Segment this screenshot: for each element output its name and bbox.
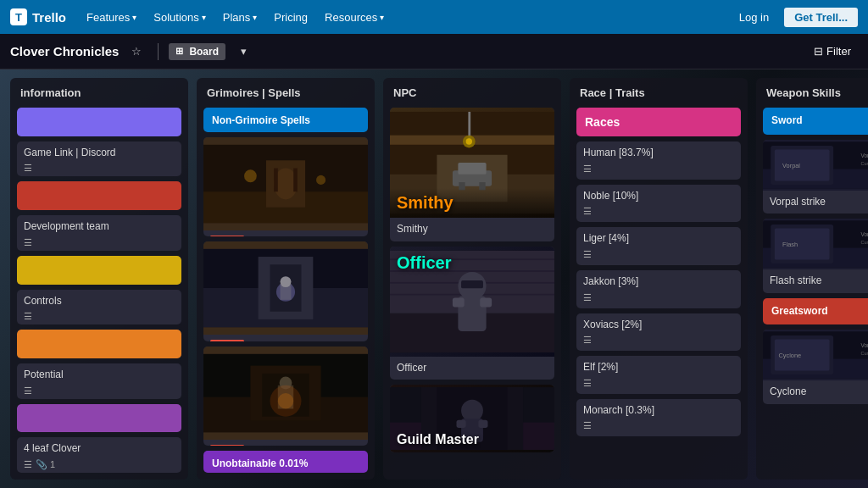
column-header-race-traits: Race | Traits — [576, 85, 741, 101]
nav-right: Log in Get Trell... — [731, 8, 858, 27]
svg-rect-53 — [457, 420, 466, 428]
filter-icon: ⊟ — [814, 45, 823, 58]
card-title: Development team — [24, 220, 175, 234]
description-icon: ☰ — [583, 164, 592, 175]
list-item[interactable] — [17, 108, 181, 136]
card-title: 4 leaf Clover — [24, 442, 175, 456]
get-trello-button[interactable]: Get Trell... — [784, 8, 858, 27]
svg-point-34 — [466, 138, 472, 144]
chevron-down-icon: ▾ — [132, 13, 136, 22]
column-race-traits: Race | Traits Races Human [83.7%] ☰ Nobl… — [570, 78, 748, 480]
dungeon-image — [203, 141, 368, 226]
list-item[interactable]: Guild Master — [390, 385, 554, 452]
login-button[interactable]: Log in — [731, 8, 777, 27]
flash-image: Flash Vorpal Luminc Current Objective... — [763, 219, 868, 269]
nav-pricing[interactable]: Pricing — [267, 8, 314, 27]
trello-logo-text: Trello — [32, 10, 66, 25]
list-item[interactable] — [17, 181, 181, 210]
svg-point-15 — [281, 276, 292, 287]
svg-text:Vorpal Luminc: Vorpal Luminc — [860, 342, 868, 349]
list-item[interactable]: Races — [576, 108, 741, 136]
column-header-grimoires: Grimoires | Spells — [203, 85, 368, 101]
list-item[interactable]: Unobtainable 0.01% — [203, 451, 368, 473]
list-item[interactable]: Elf [2%] ☰ — [576, 356, 741, 394]
list-item[interactable]: Game Link | Discord ☰ — [17, 141, 181, 177]
list-item[interactable]: Liger [4%] ☰ — [576, 227, 741, 265]
list-item[interactable]: Smithy Smithy — [390, 108, 554, 241]
lumos-image — [203, 246, 368, 330]
card-title: Unobtainable 0.01% — [212, 458, 359, 471]
officer-image: Officer — [390, 247, 554, 357]
star-button[interactable]: ☆ — [125, 41, 147, 63]
column-header-weapon-skills: Weapon Skills — [763, 85, 868, 101]
nav-solutions[interactable]: Solutions ▾ — [147, 8, 212, 27]
description-icon: ☰ — [583, 249, 592, 260]
list-item[interactable]: Controls ☰ — [17, 290, 181, 325]
column-grimoires: Grimoires | Spells Non-Grimoire Spells — [197, 78, 375, 480]
card-title: Sword — [771, 114, 868, 128]
list-item[interactable]: Cyclone Vorpal Luminc Current Objective.… — [763, 330, 868, 404]
list-item[interactable]: Potential ☰ — [17, 363, 181, 399]
board-view-button[interactable]: ⊞ Board — [169, 43, 225, 60]
nav-plans[interactable]: Plans ▾ — [216, 8, 264, 27]
list-item[interactable]: Non-Grimoire Spells — [203, 108, 368, 132]
card-title: Elf [2%] — [583, 361, 734, 374]
filter-button[interactable]: ⊟ Filter — [807, 42, 858, 61]
nav-resources[interactable]: Resources ▾ — [318, 8, 391, 27]
svg-point-6 — [244, 169, 257, 182]
list-item[interactable]: Development team ☰ — [17, 215, 181, 251]
list-item[interactable]: Lumos Spell — [203, 241, 368, 341]
svg-text:Cyclone: Cyclone — [778, 352, 801, 359]
list-item[interactable]: Xoviacs [2%] ☰ — [576, 313, 741, 352]
list-item[interactable]: Sturdava Spell — [203, 347, 368, 446]
chevron-down-icon: ▾ — [253, 13, 257, 22]
description-icon: ☰ — [583, 335, 592, 346]
nav-features[interactable]: Features ▾ — [80, 8, 143, 27]
color-bar-purple — [17, 108, 181, 136]
list-item[interactable] — [17, 330, 181, 358]
card-title: Jakkon [3%] — [583, 275, 734, 289]
svg-text:Current Objective...: Current Objective... — [860, 161, 868, 166]
guildmaster-image: Guild Master — [390, 385, 554, 452]
list-item[interactable]: Sword — [763, 108, 868, 135]
red-bar-indicator — [210, 445, 244, 446]
top-navigation: T Trello Features ▾ Solutions ▾ Plans ▾ … — [0, 0, 868, 34]
chevron-down-icon: ▾ — [380, 13, 384, 22]
description-icon: ☰ — [24, 459, 32, 470]
list-item[interactable]: Mana skin spell — [203, 137, 368, 237]
cyclone-image: Cyclone Vorpal Luminc Current Objective.… — [763, 330, 868, 380]
svg-rect-45 — [453, 297, 465, 307]
list-item[interactable]: Monarch [0.3%] ☰ — [576, 399, 741, 437]
list-item[interactable]: Noble [10%] ☰ — [576, 185, 741, 223]
list-item[interactable]: Vorpal Vorpal Luminc Current Objective..… — [763, 140, 868, 214]
divider — [158, 43, 159, 60]
svg-point-51 — [461, 400, 483, 422]
svg-rect-54 — [478, 420, 487, 428]
color-bar-yellow — [17, 256, 181, 285]
card-title: Cyclone — [770, 385, 868, 399]
npc-overlay: Smithy — [390, 188, 554, 218]
trello-logo[interactable]: T Trello — [10, 8, 66, 25]
description-icon: ☰ — [583, 420, 592, 431]
list-item[interactable]: Greatsword — [763, 298, 868, 325]
card-title: Potential — [24, 369, 175, 382]
list-item[interactable]: 4 leaf Clover ☰ 📎 1 — [17, 437, 181, 473]
list-item[interactable]: Jakkon [3%] ☰ — [576, 270, 741, 308]
svg-text:Vorpal Luminc: Vorpal Luminc — [860, 152, 868, 158]
trello-logo-icon: T — [10, 8, 27, 25]
list-item[interactable] — [17, 404, 181, 433]
weapon-scene-3: Cyclone Vorpal Luminc Current Objective.… — [763, 330, 868, 380]
list-item[interactable]: Officer Officer — [390, 247, 554, 380]
more-views-button[interactable]: ▾ — [232, 41, 254, 63]
sturdava-image — [203, 351, 368, 435]
view-label: Board — [189, 46, 219, 58]
list-item[interactable]: Human [83.7%] ☰ — [576, 141, 741, 180]
nav-items: Features ▾ Solutions ▾ Plans ▾ Pricing R… — [80, 8, 391, 27]
list-item[interactable] — [17, 256, 181, 285]
svg-point-23 — [278, 393, 293, 408]
svg-rect-5 — [293, 168, 298, 191]
card-title: Human [83.7%] — [583, 147, 734, 160]
grid-icon: ⊞ — [175, 46, 183, 57]
list-item[interactable]: Flash Vorpal Luminc Current Objective...… — [763, 219, 868, 293]
description-icon: ☰ — [24, 385, 32, 396]
